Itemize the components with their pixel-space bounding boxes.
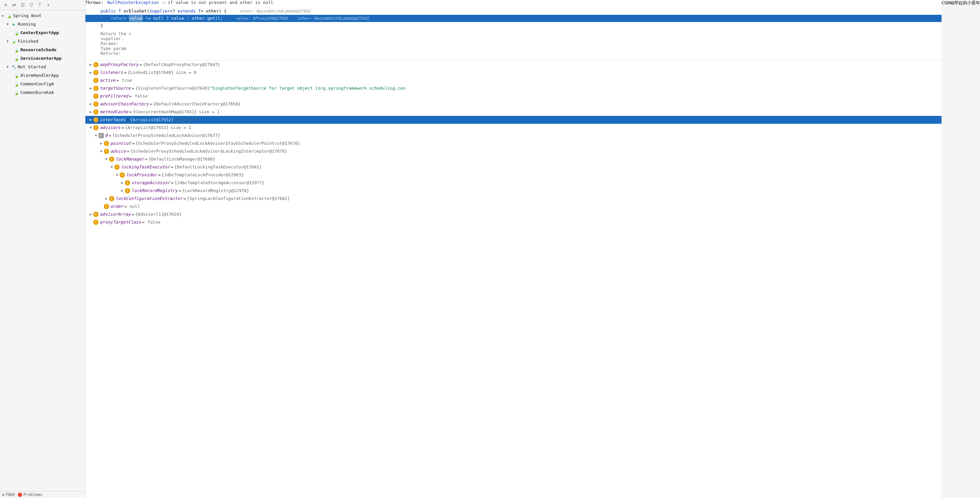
- var-type: {LockRecordRegistry@12978}: [182, 187, 249, 194]
- code-line2-hint-value: value: $Proxy249@17641 other: NacosWatch…: [236, 15, 369, 22]
- debug-row[interactable]: ▶ftargetSource = {SingletonTargetSource@…: [86, 84, 942, 92]
- row-arrow[interactable]: ▶: [88, 100, 93, 108]
- debug-row[interactable]: ▶fadvisorChainFactory = {DefaultAdvisorC…: [86, 100, 942, 108]
- row-arrow[interactable]: ▼: [88, 124, 93, 131]
- notstarted-icon: 🔧: [11, 64, 16, 70]
- field-icon: f: [93, 78, 99, 83]
- filter-button[interactable]: ▽: [28, 1, 35, 8]
- var-equals: =: [129, 108, 132, 116]
- debug-row[interactable]: factive = true: [86, 76, 942, 84]
- alarmhandler-label: AlarmHandlerApp: [21, 72, 59, 79]
- row-arrow[interactable]: ▼: [115, 171, 119, 179]
- var-name: proxyTargetClass: [100, 219, 141, 226]
- sidebar-item-notstarted[interactable]: ▼ 🔧 Not Started: [0, 63, 85, 71]
- field-icon: f: [109, 196, 115, 201]
- debug-row[interactable]: ▶fpointcut = {SchedulerProxyScheduledLoc…: [86, 140, 942, 147]
- row-arrow[interactable]: ▶: [104, 195, 109, 202]
- row-arrow[interactable]: ▶: [88, 69, 93, 76]
- problems-button[interactable]: 🔴 Problems: [18, 492, 42, 497]
- code-line2-rest: != null ? value : other.get();: [143, 15, 223, 22]
- var-equals: =: [124, 203, 127, 210]
- debug-row[interactable]: ▶flockConfigurationExtractor = {SpringLo…: [86, 195, 942, 203]
- debug-row[interactable]: ▶finterfaces = {ArrayList@17652} size = …: [86, 116, 942, 124]
- row-arrow[interactable]: ▶: [119, 179, 125, 186]
- var-name: lockManager: [116, 155, 144, 163]
- sidebar-item-servicecenter[interactable]: 🍃 ServicecenterApp: [0, 54, 85, 63]
- commoneurekai-label: CommonEurekaA: [21, 89, 54, 96]
- var-type: {SchedulerProxyScheduledLockAdvisor$Task…: [135, 140, 300, 147]
- debug-row[interactable]: ▼fadvice = {SchedulerProxyScheduledLockA…: [86, 147, 942, 155]
- var-equals: =: [179, 187, 181, 194]
- row-arrow[interactable]: ▼: [104, 155, 109, 163]
- debug-row[interactable]: ▶flisteners = {LinkedList@17648} size = …: [86, 68, 942, 76]
- debug-row[interactable]: ▶fstorageAccessor = {JdbcTemplateStorage…: [86, 179, 942, 187]
- debug-row[interactable]: ▶flockRecordRegistry = {LockRecordRegist…: [86, 187, 942, 195]
- sidebar-item-commoneurekai[interactable]: 🍃 CommonEurekaA: [0, 88, 85, 97]
- var-equals: =: [116, 77, 119, 84]
- resourceschedu-icon: 🍃: [14, 47, 19, 52]
- sidebar-item-commonconfig[interactable]: 🍃 CommonConfigA: [0, 80, 85, 88]
- debug-row[interactable]: ▼≡0 = {SchedulerProxyScheduledLockAdviso…: [86, 132, 942, 140]
- problems-icon: 🔴: [18, 492, 22, 497]
- sidebar-bottom: ≡ TODO 🔴 Problems: [0, 491, 85, 498]
- field-icon: f: [104, 141, 109, 146]
- todo-button[interactable]: ≡ TODO: [2, 492, 15, 497]
- var-equals: =: [171, 179, 173, 186]
- sidebar-item-centerexport[interactable]: 🍃 CenterExportApp: [0, 29, 85, 37]
- row-arrow[interactable]: ▶: [88, 61, 93, 68]
- var-equals: =: [184, 195, 186, 202]
- debug-panel[interactable]: ▶faopProxyFactory = {DefaultAopProxyFact…: [86, 61, 942, 498]
- debug-row[interactable]: ▼flockManager = {DefaultLockManager@1768…: [86, 155, 942, 163]
- sidebar-item-running[interactable]: ▼ ▶ Running: [0, 20, 85, 29]
- finished-label: Finished: [18, 38, 38, 45]
- notstarted-label: Not Started: [18, 63, 46, 71]
- commonconfig-icon: 🍃: [14, 81, 19, 87]
- row-arrow[interactable]: ▶: [88, 85, 93, 92]
- add-button[interactable]: +: [45, 1, 52, 8]
- var-extra: size = 8: [176, 116, 196, 124]
- sidebar-item-resourceschedu[interactable]: 🍃 ResourceSchedu: [0, 46, 85, 54]
- var-name: order: [110, 203, 123, 210]
- code-line1-extends: extends: [178, 8, 199, 14]
- row-arrow[interactable]: ▶: [99, 140, 104, 147]
- var-equals: =: [129, 93, 132, 100]
- sort-button[interactable]: ≡: [2, 1, 9, 8]
- group-button[interactable]: ☷: [19, 1, 26, 8]
- debug-row[interactable]: ▼fadvisors = {ArrayList@17653} size = 1: [86, 124, 942, 132]
- var-name: storageAccessor: [131, 179, 170, 186]
- debug-row[interactable]: ▶fmethodCache = {ConcurrentHashMap@17651…: [86, 108, 942, 116]
- debug-row[interactable]: forder = null: [86, 203, 942, 211]
- row-arrow[interactable]: ▼: [109, 163, 115, 171]
- sidebar-item-alarmhandler[interactable]: 🍃 AlarmHandlerApp: [0, 71, 85, 80]
- var-type: {ConcurrentHashMap@17651}: [133, 108, 197, 116]
- springboot-label: Spring Boot: [13, 12, 41, 19]
- row-arrow[interactable]: ▶: [88, 116, 93, 124]
- var-equals: =: [158, 171, 161, 179]
- debug-row[interactable]: ▼flockProvider = {JdbcTemplateLockProvid…: [86, 171, 942, 179]
- pin-button[interactable]: ⊤: [36, 1, 43, 8]
- row-arrow[interactable]: ▼: [99, 148, 104, 155]
- doc-return-section: Return the csupplier.Params:Type paramRe…: [86, 29, 942, 58]
- var-equals: =: [150, 100, 153, 108]
- field-icon: f: [125, 180, 130, 186]
- row-arrow[interactable]: ▶: [119, 187, 125, 194]
- sidebar-item-springboot[interactable]: ▶ 🍃 Spring Boot: [0, 11, 85, 20]
- debug-row[interactable]: ▶faopProxyFactory = {DefaultAopProxyFact…: [86, 61, 942, 68]
- var-equals: =: [139, 61, 142, 68]
- var-extra: size = 1: [171, 124, 191, 131]
- code-line1-method: orElseGet(: [124, 8, 149, 14]
- debug-row[interactable]: fpreFiltered = false: [86, 92, 942, 100]
- debug-row[interactable]: ▼flockingTaskExecutor = {DefaultLockingT…: [86, 163, 942, 171]
- debug-row[interactable]: fproxyTargetClass = false: [86, 218, 942, 226]
- sort2-button[interactable]: ⇄: [11, 1, 18, 8]
- row-arrow[interactable]: ▶: [88, 211, 93, 218]
- sidebar-item-finished[interactable]: ▼ 🍃 Finished: [0, 37, 85, 46]
- row-arrow[interactable]: ▼: [93, 132, 99, 139]
- debug-row[interactable]: ▶fadvisorArray = {Advisor[1]@17654}: [86, 211, 942, 218]
- code-line3-brace: }: [100, 22, 103, 29]
- throws-desc: – if value is not present and other is n…: [162, 0, 273, 5]
- var-extra: true: [122, 77, 132, 84]
- row-arrow[interactable]: ▶: [88, 108, 93, 116]
- code-line-2[interactable]: return value != null ? value : other.get…: [86, 15, 942, 22]
- var-type: {JdbcTemplateStorageAccessor@12977}: [175, 179, 264, 186]
